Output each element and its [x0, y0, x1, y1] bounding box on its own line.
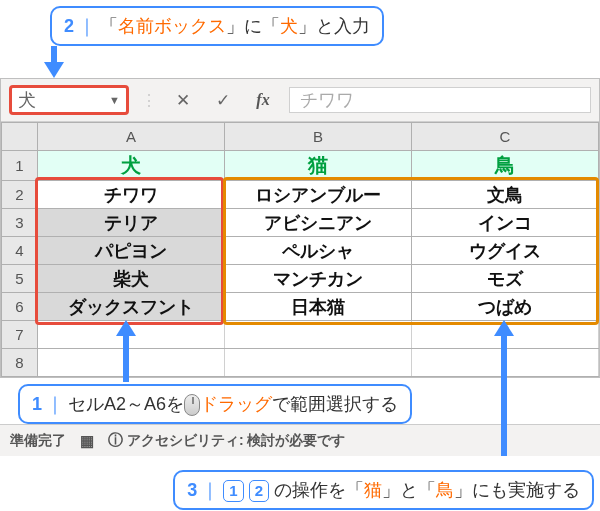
cell-A3[interactable]: テリア	[38, 209, 225, 237]
step-number: 3	[187, 480, 197, 500]
name-box[interactable]: 犬 ▼	[9, 85, 129, 115]
formula-value: チワワ	[300, 88, 354, 112]
row-header[interactable]: 6	[2, 293, 38, 321]
accessibility-icon: ⓘ	[108, 431, 123, 448]
arrow-stem	[123, 336, 129, 382]
row-header[interactable]: 3	[2, 209, 38, 237]
ref-step-1: 1	[223, 480, 243, 502]
row-header[interactable]: 1	[2, 151, 38, 181]
cell-C6[interactable]: つばめ	[412, 293, 599, 321]
cell-B1[interactable]: 猫	[225, 151, 412, 181]
callout-step-3: 3｜1 2 の操作を「猫」と「鳥」にも実施する	[173, 470, 594, 510]
cell-B3[interactable]: アビシニアン	[225, 209, 412, 237]
row-header[interactable]: 4	[2, 237, 38, 265]
arrow-stem	[51, 46, 57, 62]
cell-B8[interactable]	[225, 349, 412, 377]
col-header-B[interactable]: B	[225, 123, 412, 151]
row-header[interactable]: 5	[2, 265, 38, 293]
cell-C1[interactable]: 鳥	[412, 151, 599, 181]
formula-bar: 犬 ▼ ⋮ ✕ ✓ fx チワワ	[1, 79, 599, 122]
callout-step-1: 1｜セルA2～A6をドラッグで範囲選択する	[18, 384, 412, 424]
callout-step-2: 2｜「名前ボックス」に「犬」と入力	[50, 6, 384, 46]
step-number: 2	[64, 16, 74, 36]
cell-B4[interactable]: ペルシャ	[225, 237, 412, 265]
cell-A4[interactable]: パピヨン	[38, 237, 225, 265]
cell-B7[interactable]	[225, 321, 412, 349]
status-ready: 準備完了	[10, 432, 66, 450]
col-header-C[interactable]: C	[412, 123, 599, 151]
accessibility-status[interactable]: ⓘ アクセシビリティ: 検討が必要です	[108, 431, 345, 450]
formula-input[interactable]: チワワ	[289, 87, 591, 113]
cell-A6[interactable]: ダックスフント	[38, 293, 225, 321]
arrow-up-icon	[116, 320, 136, 336]
row-header[interactable]: 7	[2, 321, 38, 349]
cancel-button[interactable]: ✕	[169, 88, 197, 112]
name-box-value: 犬	[18, 88, 36, 112]
arrow-down-icon	[44, 62, 64, 78]
cell-C3[interactable]: インコ	[412, 209, 599, 237]
cell-A1[interactable]: 犬	[38, 151, 225, 181]
arrow-up-icon	[494, 320, 514, 336]
accept-button[interactable]: ✓	[209, 88, 237, 112]
separator: ⋮	[141, 91, 157, 110]
col-header-A[interactable]: A	[38, 123, 225, 151]
cell-A2[interactable]: チワワ	[38, 181, 225, 209]
step-number: 1	[32, 394, 42, 414]
macro-icon[interactable]: ▦	[80, 432, 94, 450]
fx-button[interactable]: fx	[249, 88, 277, 112]
cell-A5[interactable]: 柴犬	[38, 265, 225, 293]
corner-cell[interactable]	[2, 123, 38, 151]
cell-C4[interactable]: ウグイス	[412, 237, 599, 265]
arrow-stem	[501, 336, 507, 456]
cell-B2[interactable]: ロシアンブルー	[225, 181, 412, 209]
row-header[interactable]: 8	[2, 349, 38, 377]
cell-B5[interactable]: マンチカン	[225, 265, 412, 293]
mouse-icon	[184, 394, 200, 416]
ref-step-2: 2	[249, 480, 269, 502]
cell-C5[interactable]: モズ	[412, 265, 599, 293]
row-header[interactable]: 2	[2, 181, 38, 209]
cell-B6[interactable]: 日本猫	[225, 293, 412, 321]
chevron-down-icon[interactable]: ▼	[109, 94, 120, 106]
cell-C2[interactable]: 文鳥	[412, 181, 599, 209]
